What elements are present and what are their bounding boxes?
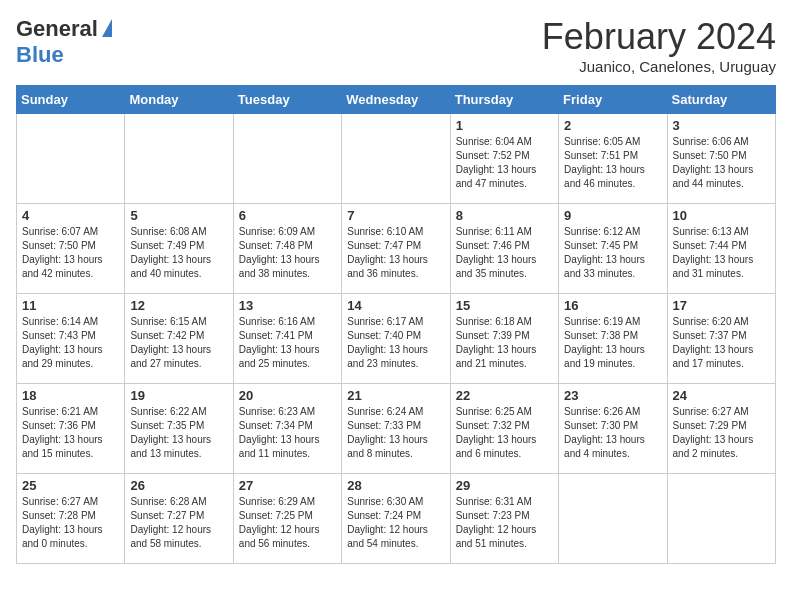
calendar-cell: 7Sunrise: 6:10 AM Sunset: 7:47 PM Daylig…	[342, 204, 450, 294]
day-number: 25	[22, 478, 119, 493]
calendar-cell	[342, 114, 450, 204]
calendar-cell: 13Sunrise: 6:16 AM Sunset: 7:41 PM Dayli…	[233, 294, 341, 384]
day-info: Sunrise: 6:26 AM Sunset: 7:30 PM Dayligh…	[564, 405, 661, 461]
day-info: Sunrise: 6:15 AM Sunset: 7:42 PM Dayligh…	[130, 315, 227, 371]
day-number: 5	[130, 208, 227, 223]
calendar-cell: 25Sunrise: 6:27 AM Sunset: 7:28 PM Dayli…	[17, 474, 125, 564]
day-number: 23	[564, 388, 661, 403]
day-info: Sunrise: 6:04 AM Sunset: 7:52 PM Dayligh…	[456, 135, 553, 191]
weekday-header-wednesday: Wednesday	[342, 86, 450, 114]
calendar-cell	[233, 114, 341, 204]
day-info: Sunrise: 6:05 AM Sunset: 7:51 PM Dayligh…	[564, 135, 661, 191]
day-number: 20	[239, 388, 336, 403]
calendar-cell: 26Sunrise: 6:28 AM Sunset: 7:27 PM Dayli…	[125, 474, 233, 564]
day-info: Sunrise: 6:14 AM Sunset: 7:43 PM Dayligh…	[22, 315, 119, 371]
day-number: 29	[456, 478, 553, 493]
calendar-cell: 3Sunrise: 6:06 AM Sunset: 7:50 PM Daylig…	[667, 114, 775, 204]
day-info: Sunrise: 6:18 AM Sunset: 7:39 PM Dayligh…	[456, 315, 553, 371]
calendar-cell: 14Sunrise: 6:17 AM Sunset: 7:40 PM Dayli…	[342, 294, 450, 384]
weekday-header-thursday: Thursday	[450, 86, 558, 114]
weekday-header-friday: Friday	[559, 86, 667, 114]
calendar-cell: 21Sunrise: 6:24 AM Sunset: 7:33 PM Dayli…	[342, 384, 450, 474]
calendar-cell	[667, 474, 775, 564]
calendar-cell	[17, 114, 125, 204]
weekday-header-saturday: Saturday	[667, 86, 775, 114]
day-info: Sunrise: 6:28 AM Sunset: 7:27 PM Dayligh…	[130, 495, 227, 551]
day-number: 27	[239, 478, 336, 493]
day-number: 19	[130, 388, 227, 403]
calendar-cell: 29Sunrise: 6:31 AM Sunset: 7:23 PM Dayli…	[450, 474, 558, 564]
day-number: 14	[347, 298, 444, 313]
day-number: 24	[673, 388, 770, 403]
week-row-5: 25Sunrise: 6:27 AM Sunset: 7:28 PM Dayli…	[17, 474, 776, 564]
calendar-cell	[559, 474, 667, 564]
calendar-table: SundayMondayTuesdayWednesdayThursdayFrid…	[16, 85, 776, 564]
day-number: 16	[564, 298, 661, 313]
day-number: 26	[130, 478, 227, 493]
day-number: 6	[239, 208, 336, 223]
day-number: 3	[673, 118, 770, 133]
day-number: 4	[22, 208, 119, 223]
day-number: 28	[347, 478, 444, 493]
day-info: Sunrise: 6:11 AM Sunset: 7:46 PM Dayligh…	[456, 225, 553, 281]
day-info: Sunrise: 6:19 AM Sunset: 7:38 PM Dayligh…	[564, 315, 661, 371]
calendar-cell: 24Sunrise: 6:27 AM Sunset: 7:29 PM Dayli…	[667, 384, 775, 474]
day-number: 22	[456, 388, 553, 403]
day-info: Sunrise: 6:20 AM Sunset: 7:37 PM Dayligh…	[673, 315, 770, 371]
calendar-cell: 10Sunrise: 6:13 AM Sunset: 7:44 PM Dayli…	[667, 204, 775, 294]
weekday-header-monday: Monday	[125, 86, 233, 114]
calendar-cell: 12Sunrise: 6:15 AM Sunset: 7:42 PM Dayli…	[125, 294, 233, 384]
day-number: 10	[673, 208, 770, 223]
calendar-cell: 20Sunrise: 6:23 AM Sunset: 7:34 PM Dayli…	[233, 384, 341, 474]
day-number: 21	[347, 388, 444, 403]
day-number: 12	[130, 298, 227, 313]
weekday-header-row: SundayMondayTuesdayWednesdayThursdayFrid…	[17, 86, 776, 114]
week-row-1: 1Sunrise: 6:04 AM Sunset: 7:52 PM Daylig…	[17, 114, 776, 204]
day-info: Sunrise: 6:13 AM Sunset: 7:44 PM Dayligh…	[673, 225, 770, 281]
calendar-cell: 19Sunrise: 6:22 AM Sunset: 7:35 PM Dayli…	[125, 384, 233, 474]
day-info: Sunrise: 6:23 AM Sunset: 7:34 PM Dayligh…	[239, 405, 336, 461]
week-row-4: 18Sunrise: 6:21 AM Sunset: 7:36 PM Dayli…	[17, 384, 776, 474]
day-info: Sunrise: 6:07 AM Sunset: 7:50 PM Dayligh…	[22, 225, 119, 281]
day-info: Sunrise: 6:17 AM Sunset: 7:40 PM Dayligh…	[347, 315, 444, 371]
day-number: 7	[347, 208, 444, 223]
calendar-cell: 23Sunrise: 6:26 AM Sunset: 7:30 PM Dayli…	[559, 384, 667, 474]
day-number: 17	[673, 298, 770, 313]
day-number: 15	[456, 298, 553, 313]
calendar-cell: 2Sunrise: 6:05 AM Sunset: 7:51 PM Daylig…	[559, 114, 667, 204]
calendar-cell: 9Sunrise: 6:12 AM Sunset: 7:45 PM Daylig…	[559, 204, 667, 294]
calendar-cell: 4Sunrise: 6:07 AM Sunset: 7:50 PM Daylig…	[17, 204, 125, 294]
week-row-3: 11Sunrise: 6:14 AM Sunset: 7:43 PM Dayli…	[17, 294, 776, 384]
title-area: February 2024 Juanico, Canelones, Urugua…	[542, 16, 776, 75]
calendar-cell: 15Sunrise: 6:18 AM Sunset: 7:39 PM Dayli…	[450, 294, 558, 384]
day-info: Sunrise: 6:08 AM Sunset: 7:49 PM Dayligh…	[130, 225, 227, 281]
day-info: Sunrise: 6:06 AM Sunset: 7:50 PM Dayligh…	[673, 135, 770, 191]
day-info: Sunrise: 6:25 AM Sunset: 7:32 PM Dayligh…	[456, 405, 553, 461]
logo: General Blue	[16, 16, 112, 68]
day-info: Sunrise: 6:30 AM Sunset: 7:24 PM Dayligh…	[347, 495, 444, 551]
day-info: Sunrise: 6:27 AM Sunset: 7:29 PM Dayligh…	[673, 405, 770, 461]
day-number: 11	[22, 298, 119, 313]
day-info: Sunrise: 6:31 AM Sunset: 7:23 PM Dayligh…	[456, 495, 553, 551]
calendar-cell: 22Sunrise: 6:25 AM Sunset: 7:32 PM Dayli…	[450, 384, 558, 474]
day-number: 2	[564, 118, 661, 133]
day-info: Sunrise: 6:16 AM Sunset: 7:41 PM Dayligh…	[239, 315, 336, 371]
logo-blue-text: Blue	[16, 42, 64, 68]
day-info: Sunrise: 6:12 AM Sunset: 7:45 PM Dayligh…	[564, 225, 661, 281]
day-info: Sunrise: 6:10 AM Sunset: 7:47 PM Dayligh…	[347, 225, 444, 281]
header: General Blue February 2024 Juanico, Cane…	[16, 16, 776, 75]
day-number: 13	[239, 298, 336, 313]
week-row-2: 4Sunrise: 6:07 AM Sunset: 7:50 PM Daylig…	[17, 204, 776, 294]
month-title: February 2024	[542, 16, 776, 58]
weekday-header-sunday: Sunday	[17, 86, 125, 114]
calendar-cell: 8Sunrise: 6:11 AM Sunset: 7:46 PM Daylig…	[450, 204, 558, 294]
location-text: Juanico, Canelones, Uruguay	[542, 58, 776, 75]
logo-general-text: General	[16, 16, 98, 42]
calendar-cell: 27Sunrise: 6:29 AM Sunset: 7:25 PM Dayli…	[233, 474, 341, 564]
day-info: Sunrise: 6:21 AM Sunset: 7:36 PM Dayligh…	[22, 405, 119, 461]
day-number: 1	[456, 118, 553, 133]
calendar-cell: 5Sunrise: 6:08 AM Sunset: 7:49 PM Daylig…	[125, 204, 233, 294]
weekday-header-tuesday: Tuesday	[233, 86, 341, 114]
calendar-cell	[125, 114, 233, 204]
day-info: Sunrise: 6:29 AM Sunset: 7:25 PM Dayligh…	[239, 495, 336, 551]
